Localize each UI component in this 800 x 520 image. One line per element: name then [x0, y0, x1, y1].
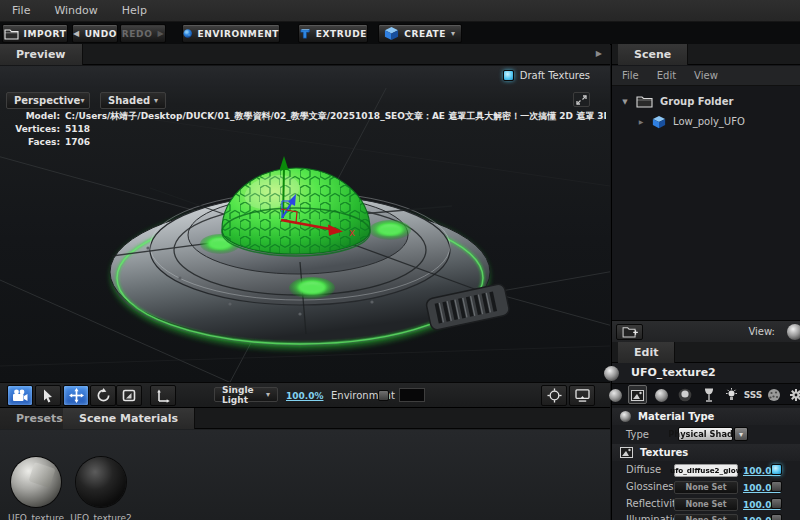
menu-file[interactable]: File [0, 0, 42, 22]
tab-preview[interactable]: Preview [0, 44, 83, 65]
edited-material-name: UFO_texture2 [631, 366, 716, 379]
create-cube-icon [384, 26, 399, 41]
materials-panel: Presets Scene Materials UFO_texture UFO_… [0, 408, 610, 520]
view-label: View: [748, 326, 775, 337]
material-sphere-icon [604, 366, 619, 381]
shader-type-dropdown[interactable]: Physical Shader [678, 427, 733, 441]
model-path-label: Model: [8, 110, 60, 123]
basic-channel-icon[interactable] [653, 387, 669, 403]
environment-checkbox[interactable] [378, 390, 389, 401]
light-mode-caret-icon: ▾ [266, 390, 270, 399]
crosshair-icon [547, 388, 562, 403]
textures-channel-icon[interactable] [629, 387, 645, 403]
undo-arrow-icon: ◀ [73, 29, 80, 38]
tree-expand-icon[interactable]: ▼ [620, 98, 630, 106]
tree-collapse-icon[interactable]: ▶ [636, 118, 646, 125]
folder-icon [636, 95, 653, 108]
viewport-expand-button[interactable] [573, 92, 590, 107]
material-type-bullet-icon [620, 411, 631, 422]
glossiness-map-name: None Set [685, 483, 726, 492]
viewport[interactable]: x Draft Textures Perspective ▾ Shaded ▾ [0, 66, 610, 382]
advanced-sphere-icon[interactable] [766, 387, 782, 403]
glossiness-map-button[interactable]: None Set [674, 481, 738, 494]
scene-menu-edit[interactable]: Edit [657, 70, 676, 81]
create-label: CREATE [404, 29, 446, 39]
focus-tool-button[interactable] [541, 385, 567, 406]
model-path-value: C:/Users/林靖子/Desktop/DUCK/01_教學資料/02_教學文… [65, 110, 606, 123]
materials-list: UFO_texture UFO_texture2 [0, 430, 610, 520]
reflectivity-map-button[interactable]: None Set [674, 498, 738, 511]
light-mode-dropdown[interactable]: Single Light ▾ [214, 387, 278, 402]
glossiness-label: Glossiness [626, 481, 679, 492]
shader-type-caret[interactable]: ▾ [734, 427, 748, 441]
main-toolbar: IMPORT ◀ UNDO REDO ▶ ENVIRONMENT [0, 22, 800, 45]
extrude-button[interactable]: EXTRUDE [298, 24, 368, 43]
tab-edit[interactable]: Edit [618, 342, 675, 363]
material-thumb-ufo-texture[interactable] [11, 457, 61, 507]
material-thumb-ufo-texture2[interactable] [76, 457, 126, 507]
redo-button[interactable]: REDO ▶ [120, 24, 166, 43]
diffuse-map-button[interactable]: ufo_diffuse2_glow [674, 464, 738, 477]
material-name-row: UFO_texture2 [612, 364, 800, 383]
settings-gear-icon[interactable] [788, 387, 800, 403]
draft-textures-checkbox[interactable] [503, 70, 514, 81]
rotate-tool-button[interactable] [90, 385, 116, 406]
shader-type-value: Physical Shader [668, 429, 742, 438]
type-label: Type [626, 429, 649, 440]
textures-header: Textures [612, 444, 800, 461]
scene-footer: View: [612, 320, 800, 343]
scene-menu-file[interactable]: File [622, 70, 639, 81]
move-tool-button[interactable] [63, 385, 89, 406]
illumination-map-button[interactable]: None Set [674, 514, 738, 520]
view-mode-sphere-icon[interactable] [787, 324, 800, 340]
new-folder-button[interactable] [616, 324, 643, 340]
glossiness-checkbox[interactable] [771, 481, 782, 492]
viewport-toolbar: Single Light ▾ 100.0% Environment [0, 382, 610, 408]
camera-mode-dropdown[interactable]: Perspective ▾ [6, 92, 90, 109]
reflectivity-map-name: None Set [685, 500, 726, 509]
fullscreen-preview-button[interactable] [569, 385, 595, 406]
textures-header-icon [620, 447, 633, 458]
camera-tool-button[interactable] [7, 385, 33, 406]
shading-mode-dropdown[interactable]: Shaded ▾ [100, 92, 166, 109]
import-button[interactable]: IMPORT [2, 24, 68, 43]
preview-panel-arrow-icon[interactable]: ▶ [596, 49, 602, 58]
reflectivity-checkbox[interactable] [771, 498, 782, 509]
environment-color-swatch[interactable] [399, 388, 425, 402]
material-channel-iconbar: SSS [612, 383, 800, 405]
ambient-occlusion-icon[interactable] [677, 387, 693, 403]
menu-help[interactable]: Help [110, 0, 159, 22]
axis-tool-button[interactable] [150, 385, 176, 406]
environment-label: ENVIRONMENT [198, 29, 279, 39]
tree-item-label: Group Folder [660, 96, 733, 107]
illumination-checkbox[interactable] [771, 514, 782, 520]
select-tool-button[interactable] [35, 385, 61, 406]
transparency-glass-icon[interactable] [701, 387, 717, 403]
tab-scene-materials[interactable]: Scene Materials [63, 408, 195, 429]
camera-icon [12, 389, 28, 402]
preview-sphere-icon[interactable] [607, 387, 623, 403]
pan-tool-button[interactable] [116, 385, 142, 406]
environment-button[interactable]: ENVIRONMENT [182, 24, 280, 43]
import-folder-icon [4, 28, 19, 40]
menu-window[interactable]: Window [42, 0, 109, 22]
diffuse-checkbox[interactable] [771, 464, 782, 475]
light-mode-value: Single Light [222, 385, 266, 405]
material-type-header: Material Type [612, 408, 800, 425]
element3d-scene-setup-window: File Window Help IMPORT ◀ UNDO REDO ▶ [0, 0, 800, 520]
viewport-zoom-link[interactable]: 100.0% [286, 391, 324, 401]
tree-item-group-folder[interactable]: ▼ Group Folder [612, 92, 800, 111]
right-panel: Scene File Edit View ▼ Group Folder ▶ Lo… [611, 44, 800, 520]
illumination-bulb-icon[interactable] [723, 387, 739, 403]
tree-item-low-poly-ufo[interactable]: ▶ Low_poly_UFO [612, 112, 800, 131]
create-button[interactable]: CREATE ▾ [378, 24, 462, 43]
axis-icon [156, 389, 170, 403]
undo-button[interactable]: ◀ UNDO [72, 24, 118, 43]
tab-scene[interactable]: Scene [618, 44, 688, 65]
scene-menu-view[interactable]: View [694, 70, 718, 81]
edit-tabbar: Edit [612, 342, 800, 363]
draft-textures-toggle[interactable]: Draft Textures [503, 70, 590, 81]
sss-channel-icon[interactable]: SSS [743, 387, 763, 403]
model-info: Model: C:/Users/林靖子/Desktop/DUCK/01_教學資料… [8, 110, 606, 149]
rotate-icon [96, 388, 111, 403]
